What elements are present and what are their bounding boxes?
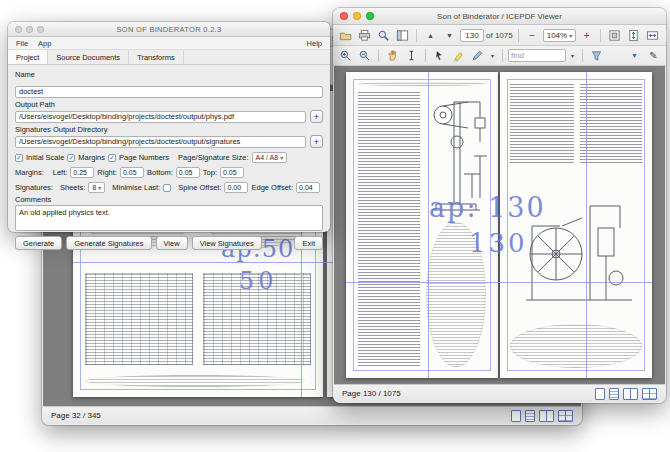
view-signatures-button[interactable]: View Signatures <box>192 236 262 250</box>
signature-viewer-statusbar: Page 32 / 345 <box>43 406 581 424</box>
options-row: ✓ Initial Scale ✓ Margins ✓ Page Numbers… <box>15 152 323 163</box>
fit-width-icon[interactable] <box>644 27 661 43</box>
signatures-dir-field[interactable] <box>15 136 306 148</box>
margin-top-field[interactable] <box>220 167 244 178</box>
margins-label: Margins: <box>15 168 44 177</box>
dialog-title: SON OF BINDERATOR 0.2.3 <box>8 25 330 34</box>
exit-button[interactable]: Exit <box>294 236 323 250</box>
open-icon[interactable] <box>337 27 354 43</box>
zoom-marquee-icon[interactable] <box>337 48 354 64</box>
search-icon[interactable] <box>375 27 392 43</box>
page-view-modes <box>511 410 573 422</box>
margin-left-field[interactable] <box>70 167 94 178</box>
facing-page-view-icon[interactable] <box>539 410 554 422</box>
menu-app[interactable]: App <box>38 39 51 48</box>
toolbar-divider <box>378 49 379 62</box>
margins-option-label: Margins <box>78 153 105 162</box>
next-page-icon[interactable]: ▼ <box>441 27 458 43</box>
generate-signatures-button[interactable]: Generate Signatures <box>66 236 151 250</box>
fit-actual-size-icon[interactable] <box>606 27 623 43</box>
margins-checkbox[interactable]: ✓ <box>67 154 75 162</box>
tab-project[interactable]: Project <box>8 50 48 64</box>
continuous-facing-view-icon[interactable] <box>642 388 657 400</box>
output-path-field[interactable] <box>15 111 306 123</box>
comments-field[interactable]: An old applied physics text. <box>15 205 323 231</box>
toolbar-divider <box>502 49 503 62</box>
initial-scale-label: Initial Scale <box>26 153 64 162</box>
select-tool-icon[interactable] <box>431 48 448 64</box>
zoom-out-icon[interactable]: − <box>524 27 541 43</box>
pan-tool-icon[interactable] <box>384 48 401 64</box>
pdf-page-right <box>500 72 652 378</box>
initial-scale-checkbox[interactable]: ✓ <box>15 154 23 162</box>
margin-bottom-field[interactable] <box>176 167 200 178</box>
page-numbers-checkbox[interactable]: ✓ <box>108 154 116 162</box>
margin-right-field[interactable] <box>120 167 144 178</box>
filter-icon[interactable] <box>588 48 605 64</box>
pdf-viewer-statusbar: Page 130 / 1075 <box>334 384 665 402</box>
view-button[interactable]: View <box>156 236 188 250</box>
sheets-select[interactable]: 8 ▾ <box>88 182 105 193</box>
zoom-in-icon[interactable]: + <box>578 27 595 43</box>
annotation-edit-icon[interactable]: ✎ <box>645 48 662 64</box>
fit-height-icon[interactable] <box>625 27 642 43</box>
zoom-dynamic-icon[interactable] <box>356 48 373 64</box>
minimize-button[interactable] <box>26 26 33 33</box>
utility-pane-icon[interactable] <box>394 27 411 43</box>
window-controls <box>340 12 374 20</box>
previous-page-icon[interactable]: ▲ <box>422 27 439 43</box>
zoom-level-select[interactable]: 104% ▾ <box>543 29 576 42</box>
single-page-view-icon[interactable] <box>595 388 605 400</box>
window-controls <box>15 26 44 33</box>
print-icon[interactable] <box>356 27 373 43</box>
desktop: { "glyphs": { "check": "✓", "plus": "+",… <box>0 0 670 452</box>
tab-source-documents[interactable]: Source Documents <box>48 50 129 64</box>
margin-left-label: Left: <box>53 168 68 177</box>
page-view-modes <box>595 388 657 400</box>
name-field[interactable] <box>15 86 323 98</box>
close-button[interactable] <box>15 26 22 33</box>
continuous-view-icon[interactable] <box>609 388 619 400</box>
pdf-viewer-titlebar[interactable]: Son of Binderator / ICEPDF Viewer <box>333 8 666 25</box>
page-size-select[interactable]: A4 / A8 ▾ <box>252 152 288 163</box>
choose-signatures-dir-button[interactable]: + <box>310 135 323 148</box>
highlight-tool-icon[interactable] <box>450 48 467 64</box>
dialog-titlebar[interactable]: SON OF BINDERATOR 0.2.3 <box>8 22 330 37</box>
continuous-facing-view-icon[interactable] <box>558 410 573 422</box>
minimise-last-label: Minimise Last: <box>112 183 160 192</box>
menu-bar: File App Help <box>8 37 330 50</box>
spine-offset-field[interactable] <box>224 182 248 193</box>
facing-page-view-icon[interactable] <box>623 388 638 400</box>
continuous-view-icon[interactable] <box>525 410 535 422</box>
zoom-button[interactable] <box>37 26 44 33</box>
page-size-label: Page/Signature Size: <box>178 153 248 162</box>
minimize-button[interactable] <box>353 12 361 20</box>
menu-help[interactable]: Help <box>307 39 322 48</box>
generate-button[interactable]: Generate <box>15 236 62 250</box>
draw-tool-icon[interactable] <box>469 48 486 64</box>
margin-guide <box>507 79 645 371</box>
page-number-input[interactable] <box>460 29 484 42</box>
zoom-level-value: 104% <box>547 31 567 40</box>
main-toolbar: ▲ ▼ of 1075 − 104% ▾ + ↺ ↻ <box>333 25 666 46</box>
fold-guide-vertical <box>428 72 429 378</box>
text-select-tool-icon[interactable] <box>403 48 420 64</box>
edge-offset-field[interactable] <box>296 182 320 193</box>
minimise-last-checkbox[interactable] <box>163 184 171 192</box>
page-numbers-label: Page Numbers <box>119 153 169 162</box>
zoom-button[interactable] <box>366 12 374 20</box>
signature-overlay-label: ap: 130 <box>429 192 546 223</box>
menu-file[interactable]: File <box>16 39 28 48</box>
sheets-label: Sheets: <box>60 183 85 192</box>
signatures-row: Signatures: Sheets: 8 ▾ Minimise Last: S… <box>15 182 323 193</box>
dialog-buttons: Generate Generate Signatures View View S… <box>15 236 323 250</box>
shapes-dropdown-icon[interactable]: ▾ <box>488 48 497 64</box>
tab-transforms[interactable]: Transforms <box>129 50 184 64</box>
find-input[interactable] <box>508 49 566 62</box>
find-options-icon[interactable]: ▾ <box>568 48 577 64</box>
choose-output-path-button[interactable]: + <box>310 110 323 123</box>
margin-right-label: Right: <box>97 168 117 177</box>
annotation-filter-icon[interactable]: ▼ <box>626 48 643 64</box>
close-button[interactable] <box>340 12 348 20</box>
single-page-view-icon[interactable] <box>511 410 521 422</box>
